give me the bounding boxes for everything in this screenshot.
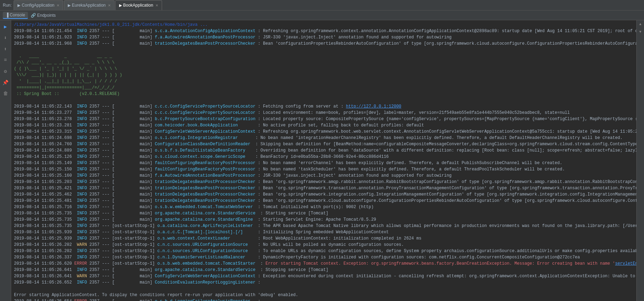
console-tab[interactable]: ▐ Console <box>3 12 28 19</box>
log-line-30-pid: 2357 <box>89 267 100 272</box>
log-line-29-colon: : <box>261 261 263 266</box>
log-line-30-colon: : <box>261 267 263 272</box>
tab-config-close[interactable]: ✕ <box>57 3 59 7</box>
log-line-12-msg: BeanFactory id=e0ba55ba-28b8-3660-92e4-8… <box>261 154 389 159</box>
log-line-28-pid: 2357 <box>89 255 100 260</box>
log-line-21-msg: Starting service [Tomcat] <box>265 211 328 216</box>
log-line-27-msg: To enable URLs as dynamic configuration … <box>263 249 636 254</box>
log-line-25-level: INFO <box>77 236 87 241</box>
endpoints-tab[interactable]: 🔗 Endpoints <box>28 12 59 19</box>
log-line-8-pid: 2357 <box>89 129 100 134</box>
log-line-9-colon: : <box>255 135 258 140</box>
log-line-19-pid: 2357 <box>89 198 100 203</box>
log-line-19-date: 2019-08-14 11:05:25.481 <box>14 198 72 203</box>
tab-eureka-close[interactable]: ✕ <box>108 3 111 7</box>
scroll-bottom-button[interactable]: ▼ <box>637 29 644 35</box>
scroll-top-button[interactable]: ▲ <box>637 21 644 27</box>
log-line-16-class: trationDelegatesBeanPostProcessorChecker <box>155 179 255 184</box>
log-line-8-msg: Refreshing org.springframework.boot.web.… <box>263 129 636 134</box>
pin-button[interactable]: 📌 <box>1 78 10 87</box>
log-line-14-class: faultConfiguringBeanFactoryPostProcessor <box>155 167 255 172</box>
log-line-5-msg: Located environment: name=book, profiles… <box>263 110 570 115</box>
log-line-14-msg: No bean named 'taskScheduler' has been e… <box>263 167 565 172</box>
log-line-13-msg: No bean named 'errorChannel' has been ex… <box>263 161 562 166</box>
log-line-12-colon: : <box>255 154 258 159</box>
clear-button[interactable]: 🗑 <box>1 89 10 98</box>
log-line-16-date: 2019-08-14 11:05:25.203 <box>14 179 72 184</box>
log-line-23-colon: : <box>258 223 261 228</box>
log-line-10-pid: 2357 <box>89 142 100 147</box>
log-line-29-pid: 2357 <box>89 261 100 266</box>
log-line-3-colon: : <box>258 41 261 46</box>
log-line-23-class: o.a.catalina.core.AprLifecycleListener <box>158 223 253 228</box>
log-line-20-colon: : <box>258 205 261 210</box>
command-line: /Library/Java/JavaVirtualMachines/jdk1.8… <box>14 22 208 27</box>
wrap-button[interactable]: ≡ <box>1 56 10 64</box>
log-line-27-class: c.n.c.sources.URLConfigurationSource <box>158 249 248 254</box>
log-line-9-date: 2019-08-14 11:05:24.698 <box>14 135 72 140</box>
run-button[interactable]: ▶ <box>1 22 10 31</box>
tab-config-label: ConfigApplication <box>22 3 54 8</box>
console-label: Console <box>10 13 25 17</box>
log-line-1-class: s.c.a.AnnotationConfigApplicationContext <box>155 29 255 34</box>
log-line-10-date: 2019-08-14 11:05:24.760 <box>14 142 72 147</box>
log-line-3-class: trationDelegatesBeanPostProcessorChecker <box>155 41 255 46</box>
log-line-4-link[interactable]: http://127.0.0.1:12000 <box>346 104 401 109</box>
log-line-5-class: c.c.c.ConfigServicePropertySourceLocator <box>155 110 255 115</box>
log-line-14-pid: 2357 <box>89 167 100 172</box>
scroll-down-button[interactable]: ⬇ <box>1 34 10 42</box>
log-line-26-pid: 2357 <box>89 242 100 247</box>
tab-eureka[interactable]: ▶ EurekaApplication ✕ <box>64 0 115 10</box>
log-line-1-date: 2019-08-14 11:05:21.454 <box>14 29 72 34</box>
tab-config[interactable]: ▶ ConfigApplication ✕ <box>14 0 63 10</box>
log-line-25-class: o.s.web.context.ContextLoader <box>158 236 230 241</box>
log-line-27-pid: 2357 <box>89 249 100 254</box>
log-line-8-class: ConfigServletWebServerApplicationContext <box>155 129 255 134</box>
spring-banner: . ____ _ __ _ _ /\\ / ___'_ __ _ _(_)_ _… <box>14 54 122 96</box>
tab-book-close[interactable]: ✕ <box>155 3 158 7</box>
log-line-15-pid: 2357 <box>89 173 100 178</box>
log-line-15-level: INFO <box>77 173 87 178</box>
log-line-2-class: f.a.AutowiredAnnotationBeanPostProcessor <box>155 35 255 40</box>
log-line-10-level: INFO <box>77 142 87 147</box>
log-line-7-pid: 2357 <box>89 123 100 128</box>
console-output[interactable]: /Library/Java/JavaVirtualMachines/jdk1.8… <box>11 20 636 301</box>
sidebar: ▶ ⬇ ⬆ ≡ ⚙ 📌 🗑 <box>0 20 11 301</box>
log-line-25-date: 2019-08-14 11:05:25.939 <box>14 236 72 241</box>
log-line-11-level: INFO <box>77 148 87 153</box>
log-line-24-level: INFO <box>77 230 87 235</box>
log-line-11-class: o.s.b.f.s.DefaultListableBeanFactory <box>155 148 245 153</box>
log-line-3-pid: 2357 <box>89 41 100 46</box>
log-line-22-class: org.apache.catalina.core.StandardEngine <box>155 217 253 222</box>
log-line-32-date: 2019-08-14 11:05:26.652 <box>14 280 72 285</box>
log-line-7-level: INFO <box>77 123 87 128</box>
log-line-21-date: 2019-08-14 11:05:25.735 <box>14 211 72 216</box>
log-line-29-link[interactable]: servletEndpoint <box>615 261 636 266</box>
log-line-33-date: 2019-08-14 11:05:26.654 <box>14 299 72 301</box>
log-line-26-msg: No URLs will be polled as dynamic config… <box>263 242 404 247</box>
log-line-18-colon: : <box>258 192 261 197</box>
log-line-24-colon: : <box>258 230 261 235</box>
log-line-4-class: c.c.c.ConfigServicePropertySourceLocator <box>155 104 255 109</box>
log-line-11-date: 2019-08-14 11:05:24.889 <box>14 148 72 153</box>
tab-bar: Run: ▶ ConfigApplication ✕ ▶ EurekaAppli… <box>0 0 644 10</box>
tab-book[interactable]: ▶ BookApplication ✕ <box>115 0 162 10</box>
scroll-controls: ▲ ▼ <box>636 20 644 301</box>
scroll-up-button[interactable]: ⬆ <box>1 45 10 53</box>
log-line-12-pid: 2357 <box>89 154 100 159</box>
log-line-16-msg: Bean 'org.springframework.amqp.rabbit.an… <box>263 179 636 184</box>
log-line-23-level: INFO <box>77 223 87 228</box>
log-line-32-class: ConditionEvaluationReportLoggingListener <box>155 280 255 285</box>
log-line-2-pid: 2357 <box>89 35 100 40</box>
log-line-28-level: INFO <box>77 255 87 260</box>
log-line-3-msg: Bean 'configurationPropertiesRebinderAut… <box>263 41 636 46</box>
log-line-26-date: 2019-08-14 11:05:26.202 <box>14 242 72 247</box>
log-line-2-colon: : <box>258 35 261 40</box>
log-line-27-date: 2019-08-14 11:05:26.202 <box>14 249 72 254</box>
tab-book-label: BookApplication <box>123 3 153 8</box>
log-line-21-colon: : <box>261 211 263 216</box>
log-line-27-colon: : <box>258 249 261 254</box>
settings-button[interactable]: ⚙ <box>1 67 10 75</box>
log-line-25-msg: Root WebApplicationContext: initializati… <box>263 236 422 241</box>
log-line-1-colon: : <box>258 29 261 34</box>
